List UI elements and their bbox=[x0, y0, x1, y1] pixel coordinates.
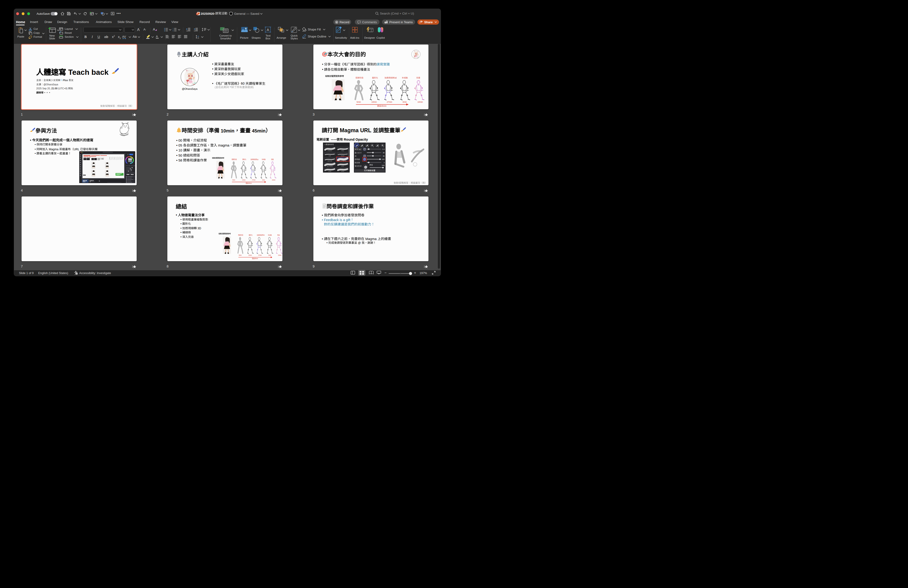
svg-text:•: • bbox=[212, 72, 214, 76]
svg-text:magma: magma bbox=[217, 143, 229, 147]
svg-text:A: A bbox=[267, 28, 269, 32]
svg-text:•: • bbox=[212, 62, 214, 66]
svg-text:3: 3 bbox=[173, 30, 174, 31]
svg-text:2025 Sep 20,: 2025 Sep 20, bbox=[36, 87, 52, 90]
svg-text:): ) bbox=[253, 86, 254, 89]
svg-text:Round Opacity: Round Opacity bbox=[343, 137, 368, 141]
svg-text:A: A bbox=[156, 35, 158, 38]
svg-text:@: @ bbox=[357, 241, 361, 244]
svg-text:Magma: Magma bbox=[48, 147, 59, 151]
svg-text:•: • bbox=[180, 218, 182, 221]
svg-text:21:00: 21:00 bbox=[52, 87, 58, 90]
svg-text:@OharaSaya: @OharaSaya bbox=[43, 83, 58, 85]
svg-text:45min: 45min bbox=[251, 128, 266, 133]
svg-text:•: • bbox=[326, 241, 328, 244]
svg-text:•: • bbox=[180, 231, 182, 234]
svg-text:• Feedback is a gift: • Feedback is a gift bbox=[322, 218, 350, 222]
svg-text:• 50: • 50 bbox=[176, 153, 183, 157]
svg-text:10min: 10min bbox=[219, 128, 234, 133]
svg-text:•: • bbox=[180, 222, 182, 226]
svg-text:• 10: • 10 bbox=[176, 148, 183, 152]
svg-text:A: A bbox=[198, 37, 199, 39]
svg-text:•: • bbox=[212, 82, 214, 85]
svg-text:•: • bbox=[34, 152, 36, 155]
svg-text:•: • bbox=[180, 227, 182, 230]
svg-text:URL: URL bbox=[74, 147, 80, 151]
svg-text:@OharaSaya: @OharaSaya bbox=[182, 87, 198, 90]
svg-text:(UTC+8): (UTC+8) bbox=[58, 87, 68, 90]
svg-text:• 05: • 05 bbox=[176, 143, 183, 147]
svg-text:(: ( bbox=[215, 86, 216, 89]
svg-text:• 00: • 00 bbox=[176, 139, 183, 142]
svg-text:Magma URL: Magma URL bbox=[338, 127, 373, 134]
svg-text:!: ! bbox=[76, 273, 77, 275]
svg-text:• 58: • 58 bbox=[176, 158, 183, 162]
svg-text:Teach back: Teach back bbox=[68, 68, 111, 76]
svg-text:60: 60 bbox=[241, 82, 246, 85]
svg-text:•: • bbox=[176, 213, 178, 217]
svg-text:Plus: Plus bbox=[63, 79, 68, 82]
svg-text:•: • bbox=[212, 67, 214, 71]
svg-text:•: • bbox=[322, 237, 324, 240]
svg-text:•: • bbox=[34, 147, 36, 151]
svg-text:•: • bbox=[34, 143, 36, 146]
svg-text:/: / bbox=[398, 182, 399, 184]
svg-text:P: P bbox=[196, 13, 198, 15]
svg-text:T: T bbox=[385, 22, 386, 23]
svg-text:Magma: Magma bbox=[364, 237, 377, 240]
svg-text:A: A bbox=[112, 13, 113, 15]
svg-text:/: / bbox=[105, 105, 105, 107]
svg-text:3D: 3D bbox=[196, 227, 201, 230]
svg-text:•: • bbox=[322, 62, 324, 66]
svg-text:•: • bbox=[322, 68, 324, 71]
svg-text:•: • bbox=[180, 235, 182, 238]
svg-text:•: • bbox=[322, 213, 324, 217]
svg-text:AV: AV bbox=[122, 35, 126, 39]
svg-text:•: • bbox=[30, 138, 32, 142]
